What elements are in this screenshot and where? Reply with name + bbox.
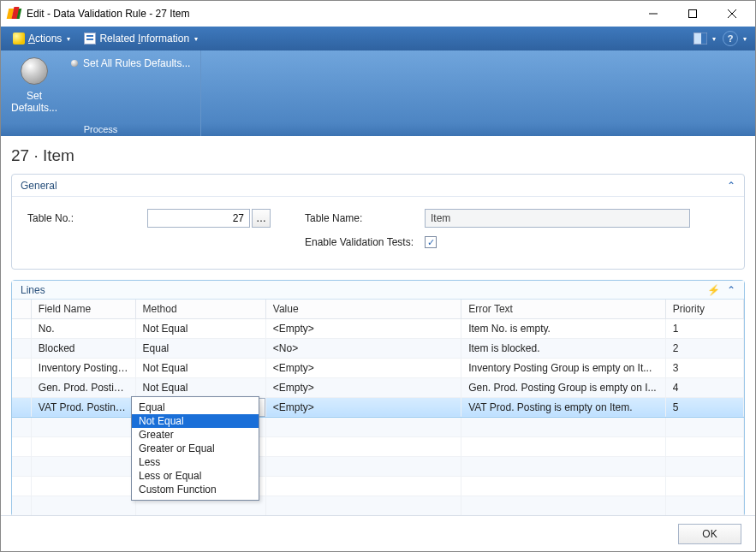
cell-priority[interactable]: 1	[665, 318, 743, 338]
cell-empty[interactable]	[265, 436, 461, 456]
set-all-rules-defaults-button[interactable]: Set All Rules Defaults...	[68, 56, 197, 71]
cell-priority[interactable]: 2	[665, 338, 743, 358]
cell-value[interactable]: <Empty>	[265, 358, 461, 377]
actions-menu[interactable]: Actions ▾	[6, 30, 77, 47]
cell-error[interactable]: Gen. Prod. Posting Group is empty on I..…	[461, 377, 665, 397]
cell-field[interactable]: Blocked	[31, 338, 135, 358]
row-selector[interactable]	[12, 358, 31, 377]
row-selector[interactable]	[12, 338, 31, 358]
general-fasttab-header[interactable]: General ⌃	[12, 175, 744, 197]
dropdown-option[interactable]: Less or Equal	[132, 469, 259, 483]
cell-field[interactable]: Gen. Prod. Posting ...	[31, 377, 135, 397]
ribbon-group-process: Set Defaults... Set All Rules Defaults..…	[1, 50, 201, 136]
cell-field[interactable]: No.	[31, 318, 135, 338]
row-selector[interactable]	[12, 377, 31, 397]
help-menu[interactable]: ? ▾	[719, 28, 750, 49]
cell-method[interactable]: Equal	[135, 338, 265, 358]
ok-button[interactable]: OK	[678, 524, 741, 544]
window-title: Edit - Data Validation Rule - 27 Item	[27, 8, 634, 20]
cell-empty[interactable]	[265, 476, 461, 496]
col-header-priority[interactable]: Priority	[665, 300, 743, 318]
row-selector[interactable]	[12, 318, 31, 338]
cell-empty[interactable]	[665, 456, 743, 476]
enable-validation-label: Enable Validation Tests:	[305, 236, 425, 248]
cell-empty[interactable]	[31, 417, 135, 436]
cell-field[interactable]: Inventory Posting ...	[31, 358, 135, 377]
related-information-menu[interactable]: Related Information ▾	[77, 30, 205, 47]
cell-empty[interactable]	[31, 456, 135, 476]
cell-empty[interactable]	[665, 496, 743, 515]
cell-empty[interactable]	[31, 436, 135, 456]
cell-value[interactable]: <No>	[265, 338, 461, 358]
table-row-empty[interactable]	[12, 496, 744, 515]
cell-field[interactable]: VAT Prod. Posting ...	[31, 397, 135, 417]
table-row[interactable]: No.Not Equal<Empty>Item No. is empty.1	[12, 318, 744, 338]
cell-error[interactable]: Item No. is empty.	[461, 318, 665, 338]
dropdown-option[interactable]: Not Equal	[132, 414, 259, 428]
table-row[interactable]: Inventory Posting ...Not Equal<Empty>Inv…	[12, 358, 744, 377]
dropdown-option[interactable]: Greater	[132, 428, 259, 442]
cell-value[interactable]: <Empty>	[265, 377, 461, 397]
cell-empty[interactable]	[265, 456, 461, 476]
cell-empty[interactable]	[461, 456, 665, 476]
dropdown-option[interactable]: Less	[132, 455, 259, 469]
dropdown-option[interactable]: Custom Function	[132, 483, 259, 496]
cell-priority[interactable]: 5	[665, 397, 743, 417]
method-dropdown[interactable]: EqualNot EqualGreaterGreater or EqualLes…	[131, 396, 259, 501]
cell-value[interactable]: <Empty>	[265, 397, 461, 417]
lines-fasttab-header[interactable]: Lines ⚡ ⌃	[12, 281, 744, 300]
table-no-lookup-button[interactable]: …	[252, 209, 271, 228]
cell-empty[interactable]	[265, 417, 461, 436]
cell-error[interactable]: Item is blocked.	[461, 338, 665, 358]
table-row[interactable]: VAT Prod. Posting ...Not Equal▾<Empty>VA…	[12, 397, 744, 417]
cell-empty[interactable]	[12, 436, 31, 456]
enable-validation-checkbox[interactable]: ✓	[425, 236, 437, 248]
cell-empty[interactable]	[461, 496, 665, 515]
row-selector-header[interactable]	[12, 300, 31, 318]
cell-empty[interactable]	[461, 417, 665, 436]
cell-empty[interactable]	[461, 476, 665, 496]
cell-error[interactable]: Inventory Posting Group is empty on It..…	[461, 358, 665, 377]
table-row[interactable]: Gen. Prod. Posting ...Not Equal<Empty>Ge…	[12, 377, 744, 397]
cell-method[interactable]: Not Equal	[135, 318, 265, 338]
lines-fasttab-label: Lines	[21, 284, 45, 296]
table-row-empty[interactable]	[12, 456, 744, 476]
cell-empty[interactable]	[665, 436, 743, 456]
maximize-button[interactable]	[673, 1, 712, 27]
cell-method[interactable]: Not Equal	[135, 377, 265, 397]
row-selector[interactable]	[12, 397, 31, 417]
general-fasttab: General ⌃ Table No.: … Table Name: Enabl…	[11, 174, 745, 270]
minimize-button[interactable]	[634, 1, 673, 27]
cell-empty[interactable]	[665, 417, 743, 436]
lightning-icon[interactable]: ⚡	[707, 284, 720, 296]
col-header-method[interactable]: Method	[135, 300, 265, 318]
cell-error[interactable]: VAT Prod. Posting is empty on Item.	[461, 397, 665, 417]
close-button[interactable]	[712, 1, 752, 27]
col-header-value[interactable]: Value	[265, 300, 461, 318]
dropdown-option[interactable]: Equal	[132, 401, 259, 414]
cell-empty[interactable]	[12, 496, 31, 515]
dropdown-option[interactable]: Greater or Equal	[132, 442, 259, 455]
cell-empty[interactable]	[665, 476, 743, 496]
cell-value[interactable]: <Empty>	[265, 318, 461, 338]
cell-empty[interactable]	[31, 496, 135, 515]
cell-empty[interactable]	[265, 496, 461, 515]
cell-empty[interactable]	[12, 417, 31, 436]
table-row[interactable]: BlockedEqual<No>Item is blocked.2	[12, 338, 744, 358]
set-defaults-button[interactable]: Set Defaults...	[4, 54, 64, 119]
cell-priority[interactable]: 3	[665, 358, 743, 377]
cell-empty[interactable]	[12, 456, 31, 476]
col-header-field[interactable]: Field Name	[31, 300, 135, 318]
table-no-input[interactable]	[147, 209, 250, 228]
cell-empty[interactable]	[12, 476, 31, 496]
table-row-empty[interactable]	[12, 417, 744, 436]
cell-method[interactable]: Not Equal	[135, 358, 265, 377]
ribbon-group-label: Process	[1, 122, 200, 136]
table-row-empty[interactable]	[12, 436, 744, 456]
table-row-empty[interactable]	[12, 476, 744, 496]
cell-empty[interactable]	[461, 436, 665, 456]
layout-button[interactable]: ▾	[690, 30, 719, 47]
cell-priority[interactable]: 4	[665, 377, 743, 397]
col-header-error[interactable]: Error Text	[461, 300, 665, 318]
cell-empty[interactable]	[31, 476, 135, 496]
